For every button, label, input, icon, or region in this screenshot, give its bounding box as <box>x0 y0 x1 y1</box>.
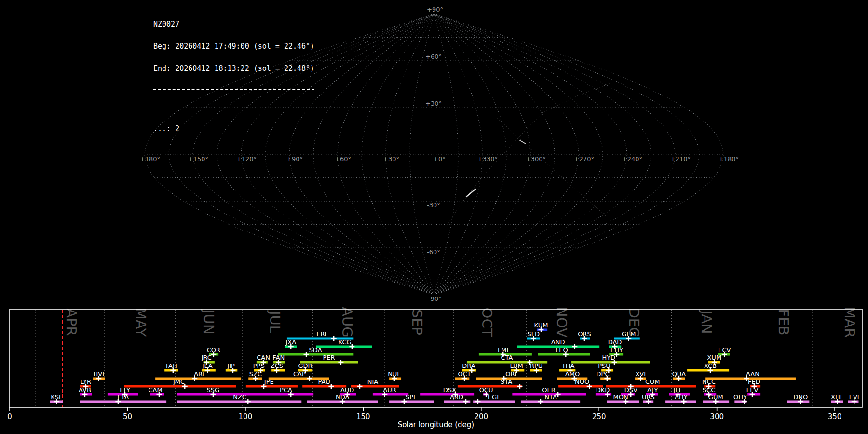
shower-code-label: JLE <box>673 386 682 393</box>
shower-code-label: NDA <box>336 393 350 401</box>
grid-meridian <box>434 14 555 295</box>
divider-dashed <box>153 89 314 90</box>
longitude-label: +210° <box>670 155 691 163</box>
x-tick-label: 350 <box>828 412 842 421</box>
activity-timeline: APRMAYJUNJULAUGSEPOCTNOVDECJANFEBMARKUMS… <box>7 306 862 421</box>
shower-code-label: AUD <box>340 386 354 393</box>
x-tick-label: 300 <box>710 412 724 421</box>
shower-code-label: XHE <box>831 393 844 401</box>
shower-code-label: KSE <box>51 393 63 401</box>
shower-code-label: JMC <box>173 378 185 385</box>
longitude-label: +60° <box>335 155 351 163</box>
longitude-label: +0° <box>433 155 446 163</box>
meteor-trail <box>466 189 475 197</box>
shower-code-label: QUA <box>672 370 686 378</box>
shower-code-label: FEV <box>746 386 759 393</box>
shower-code-label: HYD <box>602 354 615 361</box>
shower-code-label: LUM <box>510 362 523 369</box>
shower-code-label: COR <box>207 346 220 353</box>
shower-code-label: DNO <box>793 393 808 401</box>
shower-code-label: CTA <box>501 354 513 361</box>
x-tick-label: 100 <box>239 412 253 421</box>
meteor-count: ...: 2 <box>153 125 314 133</box>
shower-code-label: NCC <box>702 378 716 385</box>
shower-code-label: ARI <box>194 370 204 378</box>
shower-code-label: THA <box>561 362 575 369</box>
shower-code-label: EHY <box>610 346 623 353</box>
shower-code-label: KUM <box>534 322 548 329</box>
shower-code-label: DKD <box>596 386 610 393</box>
longitude-label: +330° <box>477 155 498 163</box>
shower-code-label: EGE <box>488 393 501 401</box>
shower-code-label: DAD <box>608 339 622 346</box>
longitude-label: +180° <box>719 155 739 163</box>
shower-code-label: JRC <box>201 354 212 361</box>
shower-bar <box>80 401 166 403</box>
month-label: JAN <box>698 309 715 334</box>
month-label: NOV <box>554 307 570 338</box>
x-tick-label: 200 <box>474 412 488 421</box>
longitude-label: +30° <box>383 155 399 163</box>
shower-bar <box>607 401 639 403</box>
shower-code-label: XUM <box>707 354 721 361</box>
latitude-label: +30° <box>425 100 442 107</box>
shower-bar <box>521 401 580 403</box>
month-label: AUG <box>339 307 355 338</box>
longitude-label: +150° <box>188 155 208 163</box>
shower-code-label: AND <box>551 339 565 346</box>
shower-code-label: AHY <box>675 393 688 401</box>
shower-code-label: EVI <box>849 393 859 401</box>
longitude-label: +90° <box>286 155 303 163</box>
shower-code-label: SPE <box>406 393 417 401</box>
shower-code-label: NUE <box>388 370 401 378</box>
shower-code-label: AMO <box>565 370 580 378</box>
shower-code-label: GEM <box>622 330 636 338</box>
shower-code-label: SCC <box>703 386 715 393</box>
shower-code-label: ECV <box>718 346 731 353</box>
plot-canvas: +90°-90°+60°+30°-30°-60°+180°+150°+120°+… <box>0 0 868 434</box>
shower-code-label: CAP <box>293 370 306 378</box>
shower-code-label: CAM <box>149 386 163 393</box>
shower-code-label: URS <box>642 393 655 401</box>
shower-code-label: ORI <box>505 370 516 378</box>
shower-code-label: KCG <box>339 339 352 346</box>
shower-code-label: TAH <box>164 362 177 369</box>
shower-code-label: NTA <box>544 393 557 401</box>
x-tick-label: 250 <box>592 412 606 421</box>
shower-bar <box>244 393 313 396</box>
shower-bar <box>177 401 301 403</box>
x-tick-label: 50 <box>123 412 132 421</box>
shower-bar <box>373 393 408 396</box>
shower-code-label: ARD <box>450 393 463 401</box>
month-label: MAY <box>133 308 149 337</box>
shower-code-label: ETA <box>117 393 129 401</box>
shower-code-label: DRA <box>462 362 475 369</box>
shower-bar <box>665 401 696 403</box>
month-label: FEB <box>775 309 792 336</box>
meteor-activity-plot: NZ0027 Beg: 20260412 17:49:00 (sol = 22.… <box>0 0 868 434</box>
info-panel: NZ0027 Beg: 20260412 17:49:00 (sol = 22.… <box>153 6 314 148</box>
shower-code-label: COM <box>645 378 660 385</box>
shower-code-label: LEO <box>556 346 568 353</box>
month-label: APR <box>63 308 80 336</box>
latitude-label: +60° <box>425 53 442 60</box>
shower-code-label: DSV <box>624 386 637 393</box>
shower-code-label: SDA <box>309 346 322 353</box>
shower-bar <box>302 385 346 388</box>
shower-code-label: ORS <box>578 330 591 338</box>
shower-code-label: JXA <box>285 339 296 346</box>
longitude-label: +240° <box>622 155 642 163</box>
great-circle-line <box>448 83 611 223</box>
shower-code-label: AUR <box>383 386 396 393</box>
grid-meridian <box>434 14 627 295</box>
shower-bar <box>155 378 241 380</box>
longitude-label: +270° <box>574 155 594 163</box>
pole-label-north: +90° <box>427 6 443 13</box>
month-label: OCT <box>479 308 495 337</box>
shower-code-label: ERI <box>316 330 326 338</box>
shower-code-label: JEA <box>202 362 213 369</box>
shower-code-label: SZC <box>249 370 262 378</box>
longitude-label: +120° <box>236 155 257 163</box>
observation-end: End: 20260412 18:13:22 (sol = 22.48°) <box>153 65 314 72</box>
shower-code-label: FAN <box>272 354 285 361</box>
